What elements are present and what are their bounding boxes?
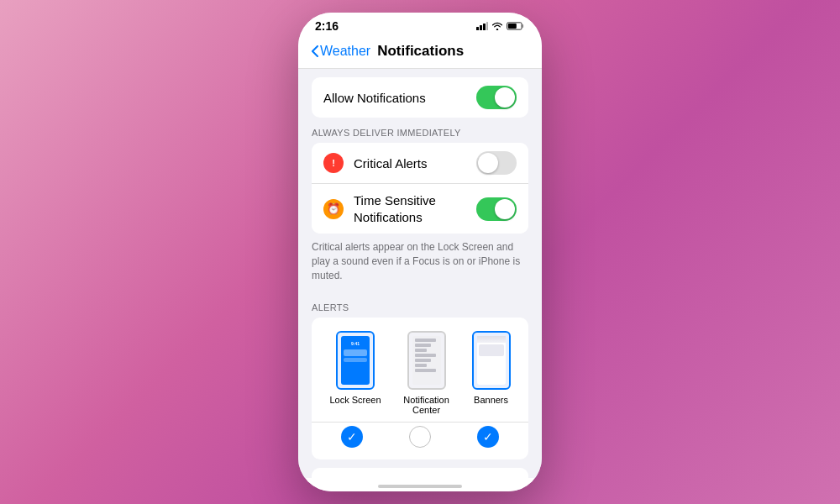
alerts-card: 9:41 Lock Screen — [312, 318, 528, 459]
time-sensitive-row[interactable]: ⏰ Time Sensitive Notifications — [312, 184, 528, 234]
page-title: Notifications — [377, 43, 464, 60]
notification-center-check[interactable] — [409, 426, 431, 448]
allow-notifications-label: Allow Notifications — [323, 91, 476, 105]
allow-notifications-card: Allow Notifications — [312, 77, 528, 118]
svg-rect-1 — [480, 25, 482, 30]
svg-rect-0 — [476, 27, 479, 30]
banner-sounds-card: Banner Style Temporary › Sounds — [312, 468, 528, 478]
notification-center-phone-icon — [407, 331, 446, 390]
nav-bar: Weather Notifications — [298, 36, 542, 69]
allow-notifications-toggle[interactable] — [476, 86, 517, 109]
time-sensitive-icon: ⏰ — [323, 199, 344, 219]
back-label: Weather — [320, 44, 370, 59]
banners-label: Banners — [474, 395, 508, 405]
always-deliver-header: Always Deliver Immediately — [298, 118, 542, 143]
settings-content: Allow Notifications Always Deliver Immed… — [298, 69, 542, 478]
critical-alerts-icon: ! — [323, 153, 344, 173]
critical-alerts-toggle[interactable] — [476, 151, 517, 175]
lock-screen-phone-icon: 9:41 — [336, 331, 375, 390]
svg-rect-6 — [508, 24, 517, 29]
banner-style-row[interactable]: Banner Style Temporary › — [312, 468, 528, 478]
phone-frame: 2:16 Weather — [298, 13, 542, 491]
back-button[interactable]: Weather — [312, 44, 370, 59]
svg-rect-2 — [483, 24, 486, 30]
check-row: ✓ ✓ — [312, 422, 528, 459]
notification-center-label: NotificationCenter — [403, 395, 449, 415]
always-deliver-card: ! Critical Alerts ⏰ Time Sensitive Notif… — [312, 143, 528, 234]
critical-alerts-label: Critical Alerts — [354, 156, 476, 171]
banners-option[interactable]: Banners — [472, 331, 511, 415]
critical-alerts-row[interactable]: ! Critical Alerts — [312, 143, 528, 184]
banners-phone-icon — [472, 331, 511, 390]
status-time: 2:16 — [315, 19, 339, 33]
chevron-left-icon — [312, 45, 318, 57]
alert-options-row: 9:41 Lock Screen — [312, 318, 528, 422]
alerts-header: Alerts — [298, 292, 542, 318]
battery-icon — [507, 22, 525, 30]
status-icons — [476, 22, 525, 30]
time-sensitive-label: Time Sensitive Notifications — [354, 192, 476, 225]
critical-alerts-description: Critical alerts appear on the Lock Scree… — [298, 234, 542, 292]
time-sensitive-toggle[interactable] — [476, 197, 517, 221]
lock-screen-check[interactable]: ✓ — [341, 426, 363, 448]
allow-notifications-row[interactable]: Allow Notifications — [312, 77, 528, 118]
wifi-icon — [491, 22, 503, 30]
notification-center-option[interactable]: NotificationCenter — [403, 331, 449, 415]
banners-check[interactable]: ✓ — [477, 426, 499, 448]
home-indicator[interactable] — [378, 485, 462, 488]
bottom-bar — [298, 478, 542, 491]
signal-icon — [476, 22, 488, 30]
svg-rect-5 — [522, 24, 524, 28]
lock-screen-option[interactable]: 9:41 Lock Screen — [329, 331, 381, 415]
svg-rect-3 — [486, 22, 488, 30]
lock-screen-label: Lock Screen — [329, 395, 381, 405]
status-bar: 2:16 — [298, 13, 542, 36]
